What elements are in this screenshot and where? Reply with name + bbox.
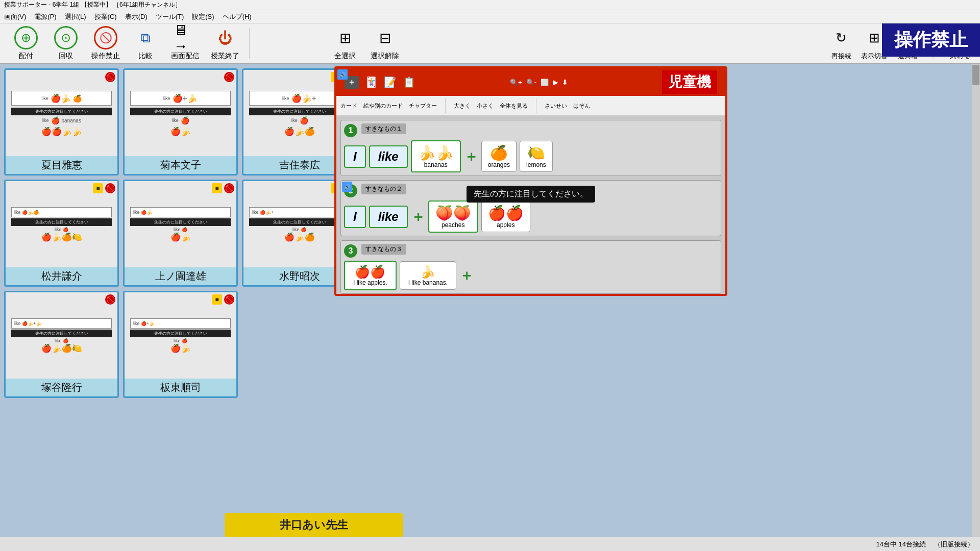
menu-jugyo[interactable]: 授業(C) — [94, 12, 117, 21]
save-btn[interactable]: ⬇ — [562, 79, 568, 86]
suki-card-like-2: 🔊 like — [369, 206, 408, 228]
sound-btn-9[interactable]: 🔊 — [342, 182, 352, 192]
op-forbidden-text: 操作禁止 — [894, 29, 968, 50]
student-card-kikumoto[interactable]: 🚫 like🍎+🍌 先生の方に注目してください like🍎 🍎🍌 — [123, 68, 238, 176]
screen-share-label: 画面配信 — [171, 52, 200, 61]
banana-label: bananas — [424, 161, 448, 168]
menu-tool[interactable]: ツール(T) — [156, 12, 184, 21]
suki-row-3: 🔊 🍎🍎 I like apples. 🔊 🍌 I like bananas. … — [344, 261, 718, 290]
section-num-1: 1 — [344, 124, 357, 137]
suki-label-2: すきなもの２ — [361, 184, 406, 194]
compare-button[interactable]: ⧉ 比較 — [128, 26, 163, 61]
suki-card-bananas: 🔊 🍌🍌 bananas — [411, 140, 461, 172]
reconnect-button[interactable]: ↻ 再接続 — [829, 26, 853, 61]
reconnect-icon: ↻ — [829, 26, 853, 49]
badge-no: 🚫 — [105, 183, 115, 193]
op-forbidden-banner: 操作禁止 — [882, 23, 980, 57]
kaishu-label: 回収 — [59, 52, 73, 61]
end-class-icon: ⏻ — [213, 26, 237, 49]
kaishu-button[interactable]: ⊙ 回収 — [48, 26, 84, 61]
select-all-label: 全選択 — [334, 52, 356, 61]
plus-sign-3: ＋ — [459, 266, 474, 285]
fit-screen-btn[interactable]: ⬜ — [541, 79, 549, 86]
menu-dengen[interactable]: 電源(P) — [34, 12, 56, 21]
banana-sentence-emoji: 🍌 — [420, 265, 435, 279]
zoom-out-btn[interactable]: 🔍- — [526, 79, 536, 86]
child-machine-card-icon[interactable]: 🃏 — [365, 76, 378, 88]
banana-emoji: 🍌🍌 — [418, 144, 454, 161]
toolbar-alt-card-label: 絵や別のカード — [363, 102, 403, 110]
menu-gaimen[interactable]: 画面(V) — [4, 12, 26, 21]
peach-emoji: 🍑🍑 — [435, 205, 471, 221]
zoom-in-btn[interactable]: 🔍+ — [510, 79, 522, 86]
student-card-natsume[interactable]: 🚫 like🍎🍌🍊 先生の方に注目してください like🍎bananas 🍎🍎🍌… — [4, 68, 119, 176]
student-row-2: ■ 🚫 like 🍎🍌🍊 先生の方に注目してください like 🍎 🍎🍌🍊🍋 松… — [4, 180, 357, 287]
student-name: 上ノ園達雄 — [125, 267, 236, 285]
plus-sign-2: ＋ — [411, 207, 425, 227]
end-class-button[interactable]: ⏻ 授業終了 — [207, 26, 243, 61]
teacher-bar: 井口あい先生 — [225, 513, 403, 537]
suki-card-apples: 🔊 🍎🍎 apples — [481, 201, 530, 232]
toolbar-smaller-label: 小さく — [477, 102, 494, 110]
suki-card-i-2: 🔊 I — [344, 206, 366, 228]
tooltip: 先生の方に注目してください。 — [467, 186, 595, 203]
student-name: 板東順司 — [125, 379, 236, 396]
student-thumbnail: like 🍎🍌 先生の方に注目してください like 🍎 🍎🍌 — [125, 181, 236, 267]
scrollbar-thumb[interactable] — [972, 65, 979, 85]
child-machine-edit-icon[interactable]: 📝 — [384, 76, 397, 88]
student-card-bando[interactable]: ■ 🚫 like 🍎+🍌 先生の方に注目してください like 🍎 🍎🍌 板東順… — [123, 291, 238, 398]
badge-yellow: ■ — [93, 183, 103, 193]
select-all-button[interactable]: ⊞ 全選択 — [327, 26, 363, 61]
suki-section-1: 1 すきなもの１ 🔊 I 🔊 like 🔊 🍌🍌 ban — [340, 120, 721, 176]
suki-row-1: 🔊 I 🔊 like 🔊 🍌🍌 bananas ＋ 🔊 — [344, 140, 718, 172]
child-machine-popup: ＋ 🃏 📝 📋 🔍+ 🔍- ⬜ ▶ ⬇ 児童機 カード 絵や別のカード チャプタ… — [334, 66, 727, 296]
student-name: 夏目雅恵 — [6, 156, 117, 174]
suki-row-2: 🔊 I 🔊 like ＋ 🔊 🍑🍑 peaches 🔊 — [344, 201, 718, 233]
deselect-button[interactable]: ⊟ 選択解除 — [367, 26, 403, 61]
student-card-matsui[interactable]: ■ 🚫 like 🍎🍌🍊 先生の方に注目してください like 🍎 🍎🍌🍊🍋 松… — [4, 180, 119, 287]
screen-share-icon: 🖥→ — [174, 26, 197, 49]
student-card-kaminosono[interactable]: ■ 🚫 like 🍎🍌 先生の方に注目してください like 🍎 🍎🍌 上ノ園達… — [123, 180, 238, 287]
haifutsu-label: 配付 — [19, 52, 33, 61]
tooltip-text: 先生の方に注目してください。 — [474, 189, 588, 198]
screen-share-button[interactable]: 🖥→ 画面配信 — [167, 26, 203, 61]
badge-no: 🚫 — [224, 294, 234, 305]
card-badges: ■ 🚫 — [212, 294, 234, 305]
lemon-label: lemons — [526, 161, 546, 168]
op-forbidden-label: 操作禁止 — [91, 52, 120, 61]
status-count: 14台中 14台接続 — [876, 540, 926, 549]
haifutsu-icon: ⊕ — [14, 26, 38, 49]
child-machine-chapter-icon[interactable]: 📋 — [403, 76, 415, 88]
suki-section-2: 2 すきなもの２ 先生の方に注目してください。 🔊 I 🔊 like — [340, 180, 721, 236]
toolbar: ⊕ 配付 ⊙ 回収 🚫 操作禁止 ⧉ 比較 🖥→ 画面配信 ⏻ 授業終了 ⊞ 全… — [0, 23, 980, 64]
badge-no: 🚫 — [224, 183, 234, 193]
student-name: 菊本文子 — [125, 156, 236, 174]
child-machine-toolbar: カード 絵や別のカード チャプター 大きく 小さく 全体を見る さいせい はぞん — [336, 96, 725, 116]
op-forbidden-button[interactable]: 🚫 操作禁止 — [88, 26, 124, 61]
sep1 — [249, 28, 250, 59]
badge-no: 🚫 — [105, 72, 115, 82]
menubar: 画面(V) 電源(P) 選択(L) 授業(C) 表示(D) ツール(T) 設定(… — [0, 10, 980, 23]
student-row-3: 🚫 like 🍎🍌+🍌 先生の方に注目してください like 🍎 🍎🍌🍊🍋 塚谷… — [4, 291, 238, 398]
scrollbar[interactable] — [972, 64, 980, 537]
child-machine-header: ＋ 🃏 📝 📋 🔍+ 🔍- ⬜ ▶ ⬇ 児童機 — [336, 68, 725, 96]
end-class-label: 授業終了 — [211, 52, 239, 61]
play-btn[interactable]: ▶ — [553, 79, 558, 86]
student-thumbnail: like 🍎+🍌 先生の方に注目してください like 🍎 🍎🍌 — [125, 292, 236, 379]
haifutsu-button[interactable]: ⊕ 配付 — [8, 26, 44, 61]
statusbar: 14台中 14台接続 （旧版接続） — [0, 537, 980, 551]
menu-hyoji[interactable]: 表示(D) — [125, 12, 148, 21]
card-badges: 🚫 — [224, 72, 234, 82]
text-I-2: I — [353, 210, 357, 223]
teacher-name: 井口あい先生 — [280, 518, 348, 531]
student-card-tsukaya[interactable]: 🚫 like 🍎🍌+🍌 先生の方に注目してください like 🍎 🍎🍌🍊🍋 塚谷… — [4, 291, 119, 398]
menu-settings[interactable]: 設定(S) — [192, 12, 214, 21]
student-name: 松井謙介 — [6, 267, 117, 285]
titlebar-text: 授業サポーター - 6学年 1組 【授業中】 ［6年1組用チャンネル］ — [4, 1, 181, 9]
menu-sentaku[interactable]: 選択(L) — [65, 12, 86, 21]
menu-help[interactable]: ヘルプ(H) — [223, 12, 252, 21]
lemon-emoji: 🍋 — [527, 144, 545, 161]
apple-emoji: 🍎🍎 — [488, 205, 524, 221]
suki-card-lemons: 🔊 🍋 lemons — [520, 141, 553, 172]
sep — [445, 98, 446, 113]
